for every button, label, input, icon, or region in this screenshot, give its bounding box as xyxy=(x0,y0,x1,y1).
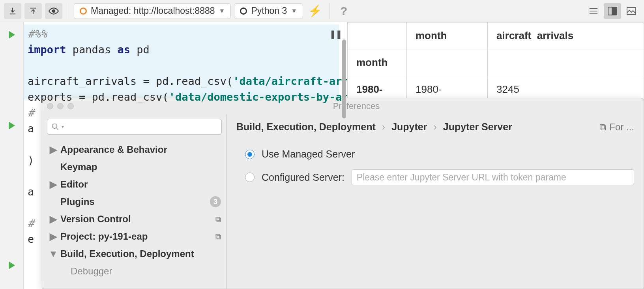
breadcrumb-segment[interactable]: Jupyter xyxy=(391,121,427,133)
project-scope-icon: ⧉ xyxy=(599,122,606,133)
chevron-down-icon: ▼ xyxy=(219,8,225,15)
code-text: # xyxy=(28,217,34,229)
toolbar-divider xyxy=(68,3,68,19)
server-url-input[interactable]: Please enter Jupyter Server URL with tok… xyxy=(352,169,634,185)
breadcrumb-segment: Jupyter Server xyxy=(443,121,512,133)
code-text: e xyxy=(28,233,34,245)
column-header: aircraft_arrivals xyxy=(488,23,644,49)
code-text: #%% xyxy=(28,28,47,40)
download-button[interactable] xyxy=(4,3,21,19)
run-cell-button[interactable] xyxy=(0,28,23,42)
svg-rect-2 xyxy=(613,7,617,15)
view-list-button[interactable] xyxy=(585,3,602,19)
table-header-row: month aircraft_arrivals xyxy=(348,23,644,49)
svg-rect-1 xyxy=(608,7,612,15)
pause-button[interactable]: ❚❚ xyxy=(330,26,342,42)
editor-gutter xyxy=(0,22,24,289)
chevron-right-icon: › xyxy=(433,121,436,133)
code-text: a xyxy=(28,122,34,135)
view-columns-button[interactable] xyxy=(604,3,621,19)
jupyter-icon xyxy=(80,8,87,15)
code-text: exports = pd.read_csv( xyxy=(28,91,169,103)
bolt-icon: ⚡ xyxy=(308,4,322,17)
bolt-button[interactable]: ⚡ xyxy=(306,3,324,19)
chevron-down-icon: ▼ xyxy=(291,8,297,15)
code-text: a xyxy=(28,186,34,198)
kernel-label: Python 3 xyxy=(251,6,287,16)
code-text: pandas xyxy=(66,43,118,56)
run-cell-button[interactable] xyxy=(0,258,23,272)
chevron-right-icon: › xyxy=(382,121,385,133)
main-toolbar: Managed: http://localhost:8888 ▼ Python … xyxy=(0,0,644,22)
upload-button[interactable] xyxy=(24,3,42,19)
help-icon: ? xyxy=(340,4,347,18)
collapse-icon: ▼ xyxy=(50,248,56,259)
code-text: # xyxy=(28,107,34,119)
play-icon xyxy=(9,31,15,39)
toolbar-right xyxy=(585,3,640,19)
code-text: 'data/domestic-exports-by-are xyxy=(169,91,347,103)
kernel-select[interactable]: Python 3 ▼ xyxy=(234,3,303,19)
code-text: import xyxy=(28,43,66,56)
dataframe-table: month aircraft_arrivals month 1980- 1980… xyxy=(347,22,644,103)
svg-point-0 xyxy=(52,9,55,12)
code-text: ) xyxy=(28,154,34,166)
run-cell-button[interactable] xyxy=(0,118,23,133)
scrollbar-thumb[interactable] xyxy=(342,39,346,118)
preview-button[interactable] xyxy=(45,3,62,19)
server-select[interactable]: Managed: http://localhost:8888 ▼ xyxy=(74,3,231,19)
view-image-button[interactable] xyxy=(623,3,640,19)
python-icon xyxy=(240,8,247,15)
toolbar-divider xyxy=(329,3,329,19)
code-text: as xyxy=(118,43,131,56)
play-icon xyxy=(9,122,15,129)
tree-item-debugger[interactable]: Debugger xyxy=(42,263,227,280)
server-label: Managed: http://localhost:8888 xyxy=(91,6,215,16)
code-text: aircraft_arrivals = pd.read_csv( xyxy=(28,75,233,87)
table-row: month xyxy=(348,49,644,76)
tree-item-build[interactable]: ▼ Build, Execution, Deployment xyxy=(42,245,227,263)
code-text: 'data/aircraft-arri xyxy=(233,75,347,87)
help-button[interactable]: ? xyxy=(335,3,352,19)
play-icon xyxy=(9,261,15,269)
column-header: month xyxy=(407,23,488,49)
code-text: pd xyxy=(130,43,150,56)
index-header: month xyxy=(348,49,407,76)
scope-selector[interactable]: ⧉ For ... xyxy=(599,122,634,133)
